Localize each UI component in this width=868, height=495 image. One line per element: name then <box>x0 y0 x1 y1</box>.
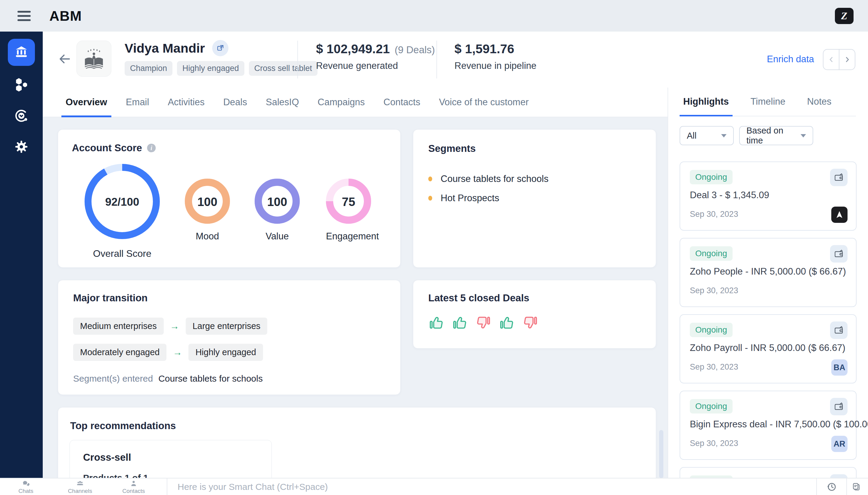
segment-item[interactable]: Course tablets for schools <box>428 173 548 184</box>
tab-deals[interactable]: Deals <box>219 87 251 117</box>
transition-from: Medium enterprises <box>73 318 164 335</box>
chat-history-button[interactable] <box>817 478 846 495</box>
revenue-pipeline-amount: $ 1,591.76 <box>455 42 514 56</box>
major-transition-card: Major transition Medium enterprises → La… <box>58 280 400 395</box>
status-badge: Ongoing <box>690 399 733 413</box>
transition-to: Highly engaged <box>189 344 263 361</box>
highlight-card[interactable]: Ongoing Deal 3 - $ 1,345.09 Sep 30, 2023 <box>679 161 856 231</box>
tab-activities[interactable]: Activities <box>163 87 209 117</box>
value-ring: 100 Value <box>255 178 300 242</box>
open-account-button[interactable] <box>212 40 228 56</box>
highlight-date: Sep 30, 2023 <box>690 286 738 295</box>
highlight-card[interactable]: Ongoing Zoho People - INR 5,000.00 ($ 66… <box>679 238 856 307</box>
tab-campaigns[interactable]: Campaigns <box>313 87 369 117</box>
left-sidebar <box>0 32 43 495</box>
tab-email[interactable]: Email <box>121 87 153 117</box>
major-transition-title: Major transition <box>73 292 385 304</box>
mood-label: Mood <box>185 231 230 242</box>
highlight-date: Sep 30, 2023 <box>690 439 738 448</box>
tab-overview[interactable]: Overview <box>61 87 111 117</box>
deal-wallet-icon <box>830 398 848 415</box>
bullet-icon <box>428 196 432 201</box>
hamburger-menu-icon[interactable] <box>17 11 31 21</box>
sidebar-item-segments[interactable] <box>0 77 43 93</box>
closed-deals-title: Latest 5 closed Deals <box>428 292 641 304</box>
tab-contacts[interactable]: Contacts <box>379 87 424 117</box>
transition-from: Moderately engaged <box>73 344 166 361</box>
tab-notes[interactable]: Notes <box>804 87 835 116</box>
tab-highlights[interactable]: Highlights <box>679 87 733 116</box>
segments-card: Segments Course tablets for schools Hot … <box>413 129 656 268</box>
deal-wallet-icon <box>830 169 848 186</box>
top-bar: ABM Z <box>0 0 868 32</box>
person-icon <box>130 480 137 488</box>
abm-window: ABM Z <box>0 0 868 495</box>
owner-avatar: AR <box>831 436 848 452</box>
deal-wallet-icon <box>830 322 848 339</box>
chevron-left-icon <box>828 56 835 64</box>
enrich-data-link[interactable]: Enrich data <box>767 54 814 65</box>
sidebar-item-targeting[interactable] <box>0 108 43 125</box>
thumb-outcome-icon[interactable] <box>475 314 491 331</box>
panel-tabs: Highlights Timeline Notes <box>679 87 856 116</box>
app-logo-avatar <box>831 207 848 223</box>
sidebar-item-settings[interactable] <box>0 139 43 155</box>
deals-count: (9 Deals) <box>395 44 435 56</box>
thumb-outcome-icon[interactable] <box>452 314 468 331</box>
status-badge: Ongoing <box>690 323 733 337</box>
zia-button[interactable]: Z <box>835 8 854 24</box>
account-tags: Champion Highly engaged Cross sell table… <box>125 61 317 76</box>
chat-cards-button[interactable] <box>847 478 866 495</box>
filter-sort-select[interactable]: Based on time <box>739 126 813 145</box>
filter-type-select[interactable]: All <box>679 126 734 145</box>
vidya-mandir-logo-icon <box>82 46 106 71</box>
overview-content: Account Score i 92/100 Overall Score 100… <box>43 117 668 495</box>
revenue-generated-amount: $ 102,949.21 <box>316 42 390 56</box>
next-record-button[interactable] <box>839 50 855 69</box>
thumb-outcome-icon[interactable] <box>428 314 444 331</box>
history-icon <box>826 481 837 492</box>
status-badge: Ongoing <box>690 246 733 261</box>
channels-button[interactable]: Channels <box>62 478 98 495</box>
contacts-button[interactable]: Contacts <box>116 478 152 495</box>
thumb-outcome-icon[interactable] <box>499 314 515 331</box>
sidebar-item-accounts[interactable] <box>8 39 35 66</box>
status-badge: Ongoing <box>690 170 733 184</box>
revenue-pipeline-label: Revenue in pipeline <box>455 61 536 71</box>
account-score-card: Account Score i 92/100 Overall Score 100… <box>58 129 400 268</box>
smart-chat-input[interactable] <box>167 478 816 495</box>
segment-item[interactable]: Hot Prospects <box>428 193 548 204</box>
chevron-down-icon <box>721 134 726 137</box>
engagement-label: Engagement <box>326 231 371 242</box>
segments-entered-label: Segment(s) entered <box>73 374 153 384</box>
arrow-right-icon: → <box>170 321 179 332</box>
bullet-icon <box>428 176 432 181</box>
thumb-outcome-icon[interactable] <box>522 314 538 331</box>
info-icon[interactable]: i <box>147 143 156 152</box>
top-recommendations-title: Top recommendations <box>70 420 644 431</box>
revenue-pipeline: $ 1,591.76 Revenue in pipeline <box>455 42 536 71</box>
tab-timeline[interactable]: Timeline <box>747 87 789 116</box>
vertical-scrollbar[interactable] <box>659 430 664 478</box>
highlight-title: Deal 3 - $ 1,345.09 <box>690 190 826 201</box>
overall-score-ring: 92/100 Overall Score <box>85 164 160 259</box>
account-score-title: Account Score <box>72 142 142 154</box>
chevron-down-icon <box>801 134 806 137</box>
highlight-card[interactable]: Ongoing Zoho Payroll - INR 5,000.00 ($ 6… <box>679 314 856 383</box>
segments-entered-value: Course tablets for schools <box>158 374 263 384</box>
value-label: Value <box>255 231 300 242</box>
transition-row: Moderately engaged → Highly engaged <box>73 344 385 361</box>
arrow-right-icon: → <box>173 347 182 358</box>
highlight-card[interactable]: Ongoing Bigin Express deal - INR 7,500.0… <box>679 391 856 460</box>
transition-row: Medium enterprises → Large enterprises <box>73 318 385 335</box>
back-button[interactable] <box>58 52 72 66</box>
previous-record-button[interactable] <box>823 50 839 69</box>
account-logo <box>77 40 111 77</box>
tab-voice-of-customer[interactable]: Voice of the customer <box>435 87 533 117</box>
tag-highly-engaged: Highly engaged <box>177 61 244 76</box>
chats-button[interactable]: Chats <box>8 478 44 495</box>
highlight-date: Sep 30, 2023 <box>690 210 738 219</box>
copy-cards-icon <box>851 482 862 492</box>
tab-salesiq[interactable]: SalesIQ <box>262 87 303 117</box>
closed-deals-card: Latest 5 closed Deals <box>413 280 656 348</box>
